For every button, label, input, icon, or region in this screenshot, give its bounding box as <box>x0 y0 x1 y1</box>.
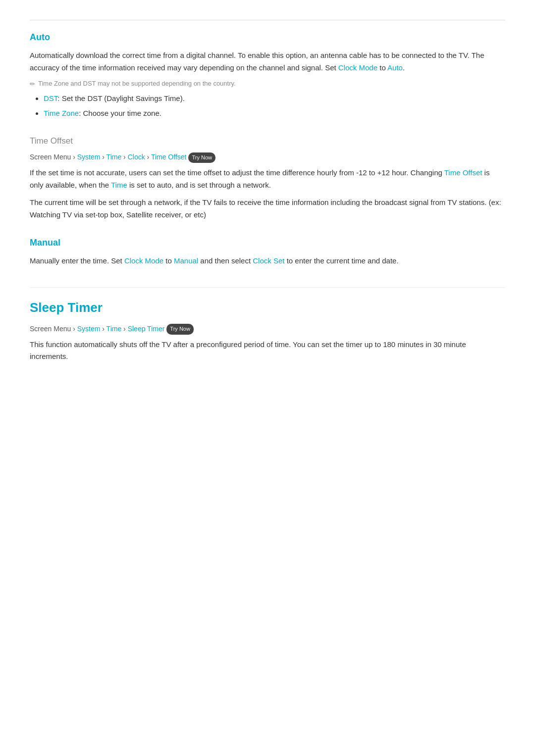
auto-body-mid: to <box>377 63 387 72</box>
breadcrumb-clock[interactable]: Clock <box>128 153 145 161</box>
time-offset-body1-end: is set to auto, and is set through a net… <box>127 181 271 189</box>
sleep-timer-heading: Sleep Timer <box>30 298 505 318</box>
time-offset-link1[interactable]: Time Offset <box>444 168 482 177</box>
sleep-timer-section: Sleep Timer Screen Menu › System › Time … <box>30 298 505 363</box>
auto-heading: Auto <box>30 30 505 45</box>
breadcrumb-sep3: › <box>145 153 151 161</box>
auto-section: Auto Automatically download the correct … <box>30 20 505 119</box>
time-offset-time-link[interactable]: Time <box>111 181 127 189</box>
time-offset-body1-text: If the set time is not accurate, users c… <box>30 168 444 177</box>
sleep-breadcrumb-sep2: › <box>121 325 127 333</box>
auto-body-end: . <box>403 63 405 72</box>
manual-body-mid: to <box>163 256 174 265</box>
time-offset-body2: The current time will be set through a n… <box>30 197 505 221</box>
auto-auto-link[interactable]: Auto <box>387 63 403 72</box>
dst-text: : Set the DST (Daylight Savings Time). <box>57 94 185 102</box>
manual-clock-set-link[interactable]: Clock Set <box>253 256 284 265</box>
section-divider <box>30 287 505 288</box>
sleep-breadcrumb-sep1: › <box>100 325 106 333</box>
manual-body-end: to enter the current time and date. <box>284 256 398 265</box>
sleep-breadcrumb-sleep[interactable]: Sleep Timer <box>128 325 165 333</box>
sleep-timer-try-now-badge[interactable]: Try Now <box>166 324 194 335</box>
manual-body: Manually enter the time. Set Clock Mode … <box>30 255 505 267</box>
time-offset-try-now-badge[interactable]: Try Now <box>188 152 215 163</box>
sleep-timer-breadcrumb: Screen Menu › System › Time › Sleep Time… <box>30 323 505 335</box>
timezone-link[interactable]: Time Zone <box>44 109 79 117</box>
manual-section: Manual Manually enter the time. Set Cloc… <box>30 236 505 267</box>
auto-note-text: Time Zone and DST may not be supported d… <box>38 79 236 89</box>
time-offset-body1: If the set time is not accurate, users c… <box>30 167 505 192</box>
breadcrumb-system[interactable]: System <box>77 153 101 161</box>
auto-bullet-dst: DST: Set the DST (Daylight Savings Time)… <box>44 93 505 104</box>
auto-bullet-timezone: Time Zone: Choose your time zone. <box>44 107 505 119</box>
top-divider <box>30 20 505 20</box>
breadcrumb-sep2: › <box>121 153 127 161</box>
pencil-icon: ✏ <box>30 79 35 90</box>
manual-heading: Manual <box>30 236 505 250</box>
auto-bullet-list: DST: Set the DST (Daylight Savings Time)… <box>30 93 505 119</box>
sleep-breadcrumb-system[interactable]: System <box>77 325 101 333</box>
timezone-text: : Choose your time zone. <box>79 109 161 117</box>
auto-clock-mode-link[interactable]: Clock Mode <box>338 63 377 72</box>
time-offset-breadcrumb: Screen Menu › System › Time › Clock › Ti… <box>30 151 505 163</box>
manual-body-mid2: and then select <box>198 256 253 265</box>
sleep-breadcrumb-prefix: Screen Menu › <box>30 325 77 333</box>
manual-body-text1: Manually enter the time. Set <box>30 256 124 265</box>
auto-body-paragraph: Automatically download the correct time … <box>30 50 505 74</box>
auto-body-text1: Automatically download the correct time … <box>30 51 484 72</box>
breadcrumb-time[interactable]: Time <box>107 153 122 161</box>
sleep-timer-body: This function automatically shuts off th… <box>30 339 505 363</box>
manual-manual-link[interactable]: Manual <box>174 256 198 265</box>
dst-link[interactable]: DST <box>44 94 57 102</box>
auto-note-line: ✏ Time Zone and DST may not be supported… <box>30 79 505 90</box>
breadcrumb-prefix: Screen Menu › <box>30 153 77 161</box>
breadcrumb-time-offset[interactable]: Time Offset <box>151 153 187 161</box>
sleep-breadcrumb-time[interactable]: Time <box>107 325 122 333</box>
time-offset-section: Time Offset Screen Menu › System › Time … <box>30 134 505 221</box>
time-offset-heading: Time Offset <box>30 134 505 148</box>
breadcrumb-sep1: › <box>100 153 106 161</box>
manual-clock-mode-link[interactable]: Clock Mode <box>124 256 163 265</box>
